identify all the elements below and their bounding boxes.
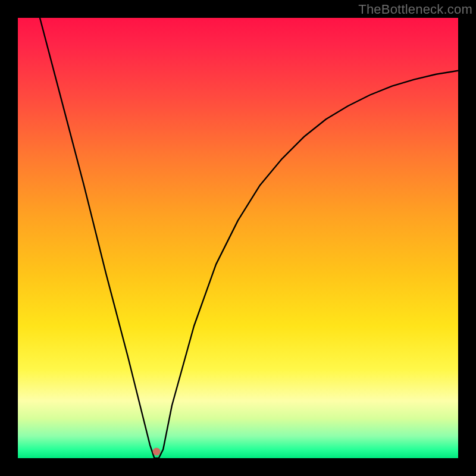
bottleneck-curve-path [40, 18, 458, 458]
watermark-text: TheBottleneck.com [358, 2, 472, 17]
curve-svg [18, 18, 458, 458]
minimum-marker [153, 447, 161, 455]
chart-stage: TheBottleneck.com [0, 0, 476, 476]
plot-area [18, 18, 458, 458]
